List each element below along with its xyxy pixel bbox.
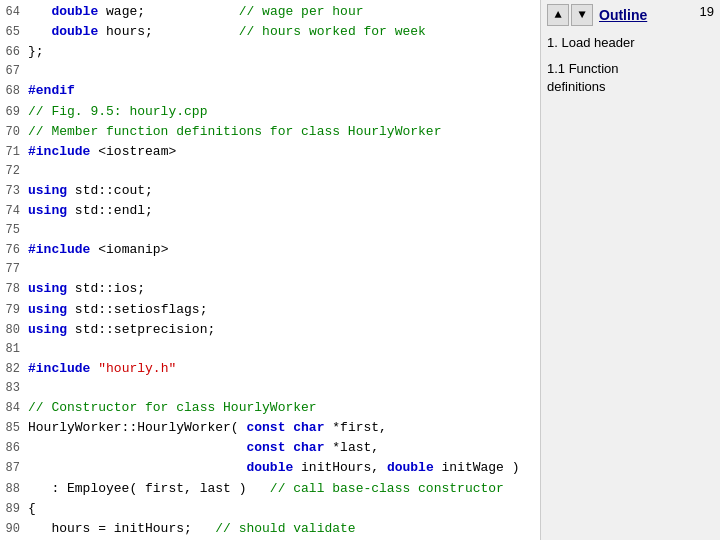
table-row: 78using std::ios; — [0, 279, 540, 299]
table-row: 68#endif — [0, 81, 540, 101]
line-number: 73 — [0, 182, 28, 201]
line-number: 85 — [0, 419, 28, 438]
line-number: 89 — [0, 500, 28, 519]
line-number: 78 — [0, 280, 28, 299]
line-content: HourlyWorker::HourlyWorker( const char *… — [28, 418, 540, 438]
line-content: using std::setiosflags; — [28, 300, 540, 320]
line-content: // Constructor for class HourlyWorker — [28, 398, 540, 418]
line-content: }; — [28, 42, 540, 62]
table-row: 86 const char *last, — [0, 438, 540, 458]
table-row: 79using std::setiosflags; — [0, 300, 540, 320]
sidebar-nav: ▲ ▼ Outline — [547, 4, 714, 26]
line-content: double wage; // wage per hour — [28, 2, 540, 22]
table-row: 81 — [0, 340, 540, 359]
table-row: 70// Member function definitions for cla… — [0, 122, 540, 142]
line-content: hours = initHours; // should validate — [28, 519, 540, 539]
line-number: 68 — [0, 82, 28, 101]
line-number: 70 — [0, 123, 28, 142]
table-row: 85HourlyWorker::HourlyWorker( const char… — [0, 418, 540, 438]
line-number: 76 — [0, 241, 28, 260]
line-content: double initHours, double initWage ) — [28, 458, 540, 478]
nav-up-button[interactable]: ▲ — [547, 4, 569, 26]
line-content: { — [28, 499, 540, 519]
table-row: 84// Constructor for class HourlyWorker — [0, 398, 540, 418]
table-row: 76#include <iomanip> — [0, 240, 540, 260]
line-number: 79 — [0, 301, 28, 320]
line-content: #include "hourly.h" — [28, 359, 540, 379]
line-number: 69 — [0, 103, 28, 122]
line-number: 75 — [0, 221, 28, 240]
line-number: 84 — [0, 399, 28, 418]
line-number: 83 — [0, 379, 28, 398]
line-content: using std::cout; — [28, 181, 540, 201]
table-row: 73using std::cout; — [0, 181, 540, 201]
line-content: #endif — [28, 81, 540, 101]
line-number: 77 — [0, 260, 28, 279]
table-row: 89{ — [0, 499, 540, 519]
outline-section-1: 1. Load header — [547, 34, 714, 52]
table-row: 66}; — [0, 42, 540, 62]
outline-title: Outline — [599, 7, 647, 23]
line-number: 80 — [0, 321, 28, 340]
outline-section-2: 1.1 Functiondefinitions — [547, 60, 714, 96]
table-row: 71#include <iostream> — [0, 142, 540, 162]
table-row: 69// Fig. 9.5: hourly.cpp — [0, 102, 540, 122]
line-number: 72 — [0, 162, 28, 181]
line-content: const char *last, — [28, 438, 540, 458]
table-row: 65 double hours; // hours worked for wee… — [0, 22, 540, 42]
line-number: 87 — [0, 459, 28, 478]
sidebar: 19 ▲ ▼ Outline 1. Load header 1.1 Functi… — [540, 0, 720, 540]
nav-down-button[interactable]: ▼ — [571, 4, 593, 26]
table-row: 67 — [0, 62, 540, 81]
page-number: 19 — [700, 4, 714, 19]
table-row: 75 — [0, 221, 540, 240]
line-number: 64 — [0, 3, 28, 22]
line-content: #include <iostream> — [28, 142, 540, 162]
line-content: using std::setprecision; — [28, 320, 540, 340]
line-content: // Fig. 9.5: hourly.cpp — [28, 102, 540, 122]
line-content: // Member function definitions for class… — [28, 122, 540, 142]
line-number: 67 — [0, 62, 28, 81]
table-row: 72 — [0, 162, 540, 181]
line-content: double hours; // hours worked for week — [28, 22, 540, 42]
line-number: 71 — [0, 143, 28, 162]
line-content: #include <iomanip> — [28, 240, 540, 260]
line-number: 65 — [0, 23, 28, 42]
table-row: 87 double initHours, double initWage ) — [0, 458, 540, 478]
code-panel: 64 double wage; // wage per hour65 doubl… — [0, 0, 540, 540]
line-number: 66 — [0, 43, 28, 62]
line-number: 88 — [0, 480, 28, 499]
line-content: using std::endl; — [28, 201, 540, 221]
table-row: 77 — [0, 260, 540, 279]
line-number: 86 — [0, 439, 28, 458]
table-row: 90 hours = initHours; // should validate — [0, 519, 540, 539]
line-number: 82 — [0, 360, 28, 379]
table-row: 64 double wage; // wage per hour — [0, 2, 540, 22]
line-content: using std::ios; — [28, 279, 540, 299]
table-row: 74using std::endl; — [0, 201, 540, 221]
table-row: 83 — [0, 379, 540, 398]
line-number: 90 — [0, 520, 28, 539]
table-row: 80using std::setprecision; — [0, 320, 540, 340]
line-number: 74 — [0, 202, 28, 221]
line-content: : Employee( first, last ) // call base-c… — [28, 479, 540, 499]
table-row: 82#include "hourly.h" — [0, 359, 540, 379]
table-row: 88 : Employee( first, last ) // call bas… — [0, 479, 540, 499]
line-number: 81 — [0, 340, 28, 359]
